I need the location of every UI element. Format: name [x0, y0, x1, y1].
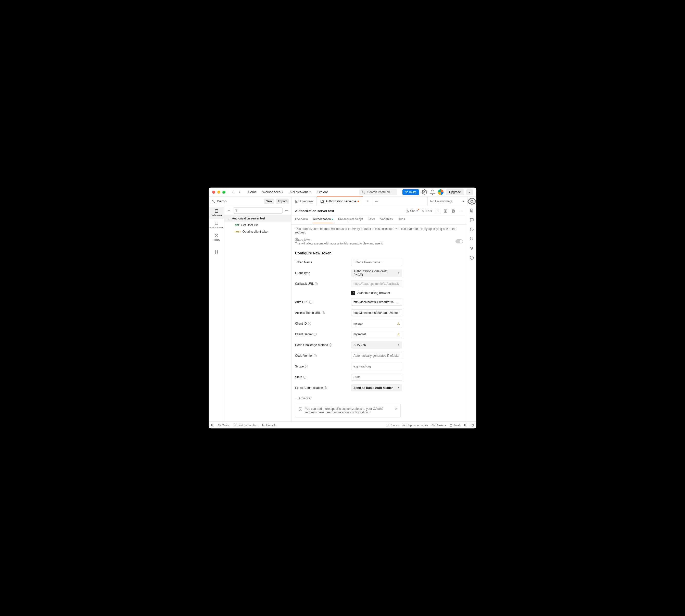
cookies-button[interactable]: Cookies [432, 424, 446, 427]
changelog-button[interactable] [470, 227, 474, 232]
environment-picker[interactable]: No Environment ▼ [428, 197, 467, 206]
info-icon[interactable]: i [314, 354, 317, 357]
info-icon[interactable]: i [305, 365, 308, 368]
nav-forward-button[interactable] [237, 189, 242, 195]
new-button[interactable]: New [264, 199, 274, 204]
runner-button[interactable]: Runner [386, 424, 399, 427]
client-secret-input[interactable]: mysecret⚠ [351, 331, 402, 338]
notifications-button[interactable] [430, 189, 435, 195]
console-button[interactable]: Console [262, 424, 276, 427]
rail-collections[interactable]: Collections [209, 207, 224, 219]
grant-type-select[interactable]: Authorization Code (With PKCE)▼ [351, 269, 402, 277]
sidebar-filter-input[interactable] [233, 207, 282, 214]
share-button[interactable]: Share [406, 209, 418, 213]
subtab-authorization[interactable]: Authorization [313, 217, 333, 223]
sidebar-toggle-button[interactable] [211, 424, 214, 427]
configuration-link[interactable]: configuration [350, 411, 368, 414]
nav-back-button[interactable] [230, 189, 236, 195]
info-icon[interactable]: i [315, 282, 318, 285]
info-icon[interactable]: i [322, 311, 325, 314]
subtab-overview[interactable]: Overview [295, 217, 308, 223]
nav-explore[interactable]: Explore [315, 189, 330, 195]
warning-icon: ⚠ [397, 332, 400, 336]
watchers-count[interactable]: 0 [435, 209, 440, 213]
tab-overview[interactable]: Overview [292, 197, 317, 206]
settings-button[interactable] [421, 189, 427, 195]
workspace-name[interactable]: Demo [217, 199, 226, 203]
maximize-window-icon[interactable] [222, 191, 225, 194]
sidebar-create-button[interactable]: ＋ [226, 208, 232, 213]
nav-home[interactable]: Home [246, 189, 259, 195]
capture-requests-button[interactable]: Capture requests [403, 424, 428, 427]
rail-environments[interactable]: Environments [209, 219, 224, 231]
save-button[interactable] [451, 209, 455, 213]
tab-more-button[interactable]: ⋯ [372, 197, 381, 206]
workspace-bar: Demo New Import Overview Authorization s… [209, 197, 476, 206]
state-input[interactable] [351, 374, 402, 381]
callback-url-input[interactable]: https://oauth.pstmn.io/v1/callback [351, 280, 402, 287]
avatar[interactable] [438, 189, 443, 195]
rail-configure[interactable] [209, 248, 224, 256]
subtab-variables[interactable]: Variables [380, 217, 393, 223]
info-icon[interactable]: i [309, 301, 313, 304]
access-token-url-input[interactable]: http://localhost:8080/oauth2/token [351, 309, 402, 316]
online-status[interactable]: Online [218, 424, 230, 427]
info-box-close-button[interactable]: ✕ [395, 407, 397, 411]
subtab-pre-request-script[interactable]: Pre-request Script [338, 217, 363, 223]
comments-button[interactable] [470, 218, 474, 223]
subtab-runs[interactable]: Runs [398, 217, 405, 223]
two-pane-button[interactable] [464, 424, 467, 427]
client-authentication-select[interactable]: Send as Basic Auth header▼ [351, 384, 402, 392]
scope-input[interactable] [351, 363, 402, 370]
info-icon[interactable]: i [303, 376, 306, 379]
nav-workspaces[interactable]: Workspaces▼ [260, 189, 286, 195]
trash-button[interactable]: Trash [449, 424, 461, 427]
request-row-get-user-list[interactable]: GET Get User list [224, 222, 291, 228]
import-button[interactable]: Import [276, 199, 289, 204]
pull-requests-button[interactable] [470, 237, 474, 242]
auth-url-input[interactable]: http://localhost:8080/oauth2/author… [351, 299, 402, 306]
advanced-toggle[interactable]: ⌄Advanced [295, 397, 463, 400]
invite-button[interactable]: Invite [403, 189, 419, 195]
window-controls[interactable] [212, 191, 225, 194]
rail-history[interactable]: History [209, 232, 224, 243]
tab-authorization-server-test[interactable]: Authorization server te [317, 197, 363, 206]
nav-api-network[interactable]: API Network▼ [288, 189, 313, 195]
upgrade-menu-button[interactable]: ▼ [466, 189, 473, 195]
help-icon [471, 424, 474, 427]
more-actions-button[interactable]: ⋯ [459, 209, 463, 213]
authorize-browser-checkbox[interactable]: ✓ [351, 291, 355, 295]
upgrade-button[interactable]: Upgrade [446, 189, 464, 195]
sidebar-more-button[interactable]: ⋯ [284, 209, 289, 212]
forks-button[interactable] [470, 246, 474, 251]
search-input[interactable]: Search Postman [359, 189, 397, 195]
left-rail: Collections Environments History [209, 206, 224, 421]
client-id-input[interactable]: myapp⚠ [351, 320, 402, 327]
svg-rect-9 [217, 250, 218, 251]
svg-point-19 [472, 240, 473, 240]
fork-button[interactable]: Fork [421, 209, 432, 213]
close-window-icon[interactable] [212, 191, 215, 194]
environment-quick-look-button[interactable] [467, 197, 476, 206]
svg-rect-8 [215, 250, 216, 251]
info-button[interactable] [470, 256, 474, 261]
run-button[interactable] [443, 209, 448, 213]
info-icon[interactable]: i [314, 333, 317, 336]
request-row-obtains-client-token[interactable]: POST Obtains client token [224, 228, 291, 235]
code-verifier-input[interactable] [351, 352, 402, 359]
collection-row[interactable]: ⌄ Authorization server test [224, 215, 291, 222]
docs-button[interactable] [470, 208, 474, 213]
subtab-tests[interactable]: Tests [368, 217, 375, 223]
code-challenge-select[interactable]: SHA-256▼ [351, 342, 402, 349]
find-replace-button[interactable]: Find and replace [234, 424, 258, 427]
info-icon[interactable]: i [329, 344, 332, 347]
tab-add-button[interactable]: ＋ [363, 197, 372, 206]
folder-icon [320, 200, 324, 203]
minimize-window-icon[interactable] [217, 191, 220, 194]
token-name-input[interactable] [351, 259, 402, 266]
info-icon[interactable]: i [324, 386, 327, 390]
antenna-icon [403, 424, 406, 427]
help-button[interactable] [471, 424, 474, 427]
share-token-toggle[interactable] [455, 239, 463, 243]
info-icon[interactable]: i [308, 322, 311, 325]
